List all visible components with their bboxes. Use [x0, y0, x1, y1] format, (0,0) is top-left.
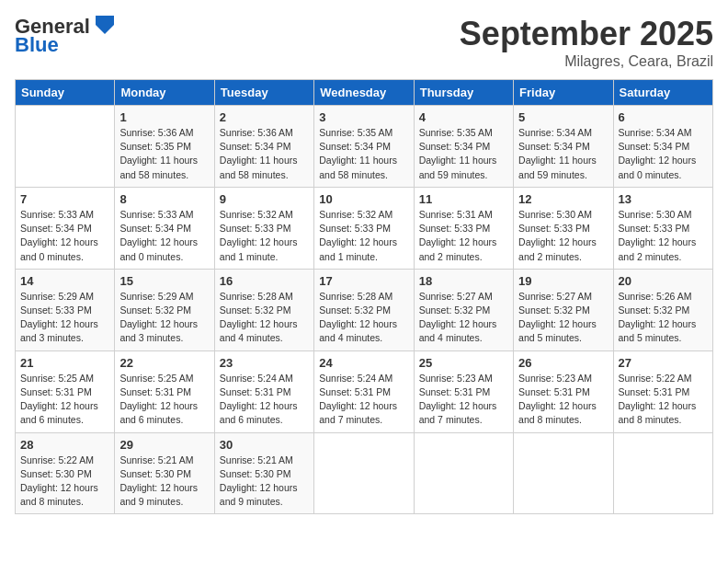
calendar-cell: 8Sunrise: 5:33 AM Sunset: 5:34 PM Daylig…: [115, 187, 214, 269]
cell-info: Sunrise: 5:28 AM Sunset: 5:32 PM Dayligh…: [220, 290, 309, 346]
day-headers-row: SundayMondayTuesdayWednesdayThursdayFrid…: [16, 80, 713, 106]
cell-info: Sunrise: 5:21 AM Sunset: 5:30 PM Dayligh…: [119, 454, 209, 510]
day-header-thursday: Thursday: [414, 80, 513, 106]
cell-info: Sunrise: 5:36 AM Sunset: 5:35 PM Dayligh…: [119, 126, 209, 182]
calendar-cell: 3Sunrise: 5:35 AM Sunset: 5:34 PM Daylig…: [314, 106, 414, 188]
day-number: 19: [518, 274, 608, 288]
cell-info: Sunrise: 5:25 AM Sunset: 5:31 PM Dayligh…: [20, 372, 109, 428]
calendar-cell: 20Sunrise: 5:26 AM Sunset: 5:32 PM Dayli…: [613, 269, 712, 350]
month-year-title: September 2025: [460, 15, 713, 53]
logo-flag-icon: [92, 12, 118, 38]
title-block: September 2025 Milagres, Ceara, Brazil: [460, 15, 713, 70]
calendar-cell: [514, 432, 613, 514]
calendar-cell: 21Sunrise: 5:25 AM Sunset: 5:31 PM Dayli…: [16, 350, 115, 432]
day-number: 6: [619, 110, 708, 124]
cell-info: Sunrise: 5:24 AM Sunset: 5:31 PM Dayligh…: [220, 372, 309, 428]
calendar-cell: 16Sunrise: 5:28 AM Sunset: 5:32 PM Dayli…: [214, 269, 313, 350]
day-header-saturday: Saturday: [613, 80, 712, 106]
cell-info: Sunrise: 5:23 AM Sunset: 5:31 PM Dayligh…: [518, 372, 608, 428]
cell-info: Sunrise: 5:32 AM Sunset: 5:33 PM Dayligh…: [220, 208, 309, 264]
cell-info: Sunrise: 5:21 AM Sunset: 5:30 PM Dayligh…: [220, 454, 309, 510]
calendar-cell: 2Sunrise: 5:36 AM Sunset: 5:34 PM Daylig…: [214, 106, 313, 188]
cell-info: Sunrise: 5:33 AM Sunset: 5:34 PM Dayligh…: [119, 208, 209, 264]
cell-info: Sunrise: 5:36 AM Sunset: 5:34 PM Dayligh…: [220, 126, 309, 182]
cell-info: Sunrise: 5:35 AM Sunset: 5:34 PM Dayligh…: [319, 126, 408, 182]
calendar-cell: 30Sunrise: 5:21 AM Sunset: 5:30 PM Dayli…: [214, 432, 313, 514]
day-header-wednesday: Wednesday: [314, 80, 414, 106]
day-number: 28: [20, 438, 109, 452]
cell-info: Sunrise: 5:27 AM Sunset: 5:32 PM Dayligh…: [518, 290, 608, 346]
day-number: 20: [619, 274, 708, 288]
day-number: 11: [419, 192, 508, 206]
cell-info: Sunrise: 5:30 AM Sunset: 5:33 PM Dayligh…: [518, 208, 608, 264]
day-number: 13: [619, 192, 708, 206]
day-number: 27: [619, 356, 708, 370]
calendar-week-1: 1Sunrise: 5:36 AM Sunset: 5:35 PM Daylig…: [16, 106, 713, 188]
calendar-cell: 12Sunrise: 5:30 AM Sunset: 5:33 PM Dayli…: [514, 187, 613, 269]
day-number: 3: [319, 110, 408, 124]
day-number: 2: [220, 110, 309, 124]
day-number: 14: [20, 274, 109, 288]
cell-info: Sunrise: 5:27 AM Sunset: 5:32 PM Dayligh…: [419, 290, 508, 346]
svg-marker-0: [96, 16, 114, 25]
location-subtitle: Milagres, Ceara, Brazil: [460, 53, 713, 70]
cell-info: Sunrise: 5:35 AM Sunset: 5:34 PM Dayligh…: [419, 126, 508, 182]
day-number: 16: [220, 274, 309, 288]
day-number: 30: [220, 438, 309, 452]
calendar-cell: 15Sunrise: 5:29 AM Sunset: 5:32 PM Dayli…: [115, 269, 214, 350]
calendar-week-4: 21Sunrise: 5:25 AM Sunset: 5:31 PM Dayli…: [16, 350, 713, 432]
cell-info: Sunrise: 5:34 AM Sunset: 5:34 PM Dayligh…: [619, 126, 708, 182]
calendar-table: SundayMondayTuesdayWednesdayThursdayFrid…: [15, 79, 713, 514]
cell-info: Sunrise: 5:32 AM Sunset: 5:33 PM Dayligh…: [319, 208, 408, 264]
day-number: 9: [220, 192, 309, 206]
cell-info: Sunrise: 5:31 AM Sunset: 5:33 PM Dayligh…: [419, 208, 508, 264]
cell-info: Sunrise: 5:26 AM Sunset: 5:32 PM Dayligh…: [619, 290, 708, 346]
day-number: 1: [119, 110, 209, 124]
calendar-cell: 11Sunrise: 5:31 AM Sunset: 5:33 PM Dayli…: [414, 187, 513, 269]
calendar-cell: 14Sunrise: 5:29 AM Sunset: 5:33 PM Dayli…: [16, 269, 115, 350]
calendar-cell: 25Sunrise: 5:23 AM Sunset: 5:31 PM Dayli…: [414, 350, 513, 432]
day-number: 15: [119, 274, 209, 288]
cell-info: Sunrise: 5:34 AM Sunset: 5:34 PM Dayligh…: [518, 126, 608, 182]
day-number: 29: [119, 438, 209, 452]
cell-info: Sunrise: 5:30 AM Sunset: 5:33 PM Dayligh…: [619, 208, 708, 264]
day-number: 18: [419, 274, 508, 288]
cell-info: Sunrise: 5:29 AM Sunset: 5:33 PM Dayligh…: [20, 290, 109, 346]
day-number: 26: [518, 356, 608, 370]
day-number: 22: [119, 356, 209, 370]
calendar-cell: 19Sunrise: 5:27 AM Sunset: 5:32 PM Dayli…: [514, 269, 613, 350]
day-number: 24: [319, 356, 408, 370]
calendar-cell: 6Sunrise: 5:34 AM Sunset: 5:34 PM Daylig…: [613, 106, 712, 188]
calendar-cell: 18Sunrise: 5:27 AM Sunset: 5:32 PM Dayli…: [414, 269, 513, 350]
day-number: 25: [419, 356, 508, 370]
calendar-cell: 7Sunrise: 5:33 AM Sunset: 5:34 PM Daylig…: [16, 187, 115, 269]
day-number: 23: [220, 356, 309, 370]
logo-blue: Blue: [15, 33, 59, 57]
day-number: 5: [518, 110, 608, 124]
day-number: 8: [119, 192, 209, 206]
calendar-cell: 27Sunrise: 5:22 AM Sunset: 5:31 PM Dayli…: [613, 350, 712, 432]
page-header: General Blue September 2025 Milagres, Ce…: [15, 15, 713, 70]
calendar-cell: 28Sunrise: 5:22 AM Sunset: 5:30 PM Dayli…: [16, 432, 115, 514]
day-number: 7: [20, 192, 109, 206]
cell-info: Sunrise: 5:33 AM Sunset: 5:34 PM Dayligh…: [20, 208, 109, 264]
cell-info: Sunrise: 5:23 AM Sunset: 5:31 PM Dayligh…: [419, 372, 508, 428]
cell-info: Sunrise: 5:22 AM Sunset: 5:30 PM Dayligh…: [20, 454, 109, 510]
calendar-cell: 4Sunrise: 5:35 AM Sunset: 5:34 PM Daylig…: [414, 106, 513, 188]
cell-info: Sunrise: 5:24 AM Sunset: 5:31 PM Dayligh…: [319, 372, 408, 428]
calendar-week-5: 28Sunrise: 5:22 AM Sunset: 5:30 PM Dayli…: [16, 432, 713, 514]
calendar-cell: [314, 432, 414, 514]
calendar-week-3: 14Sunrise: 5:29 AM Sunset: 5:33 PM Dayli…: [16, 269, 713, 350]
calendar-cell: 9Sunrise: 5:32 AM Sunset: 5:33 PM Daylig…: [214, 187, 313, 269]
day-number: 10: [319, 192, 408, 206]
calendar-cell: 29Sunrise: 5:21 AM Sunset: 5:30 PM Dayli…: [115, 432, 214, 514]
calendar-cell: 17Sunrise: 5:28 AM Sunset: 5:32 PM Dayli…: [314, 269, 414, 350]
calendar-cell: 1Sunrise: 5:36 AM Sunset: 5:35 PM Daylig…: [115, 106, 214, 188]
calendar-week-2: 7Sunrise: 5:33 AM Sunset: 5:34 PM Daylig…: [16, 187, 713, 269]
calendar-cell: 24Sunrise: 5:24 AM Sunset: 5:31 PM Dayli…: [314, 350, 414, 432]
cell-info: Sunrise: 5:29 AM Sunset: 5:32 PM Dayligh…: [119, 290, 209, 346]
day-number: 4: [419, 110, 508, 124]
day-number: 17: [319, 274, 408, 288]
day-header-monday: Monday: [115, 80, 214, 106]
calendar-cell: 5Sunrise: 5:34 AM Sunset: 5:34 PM Daylig…: [514, 106, 613, 188]
